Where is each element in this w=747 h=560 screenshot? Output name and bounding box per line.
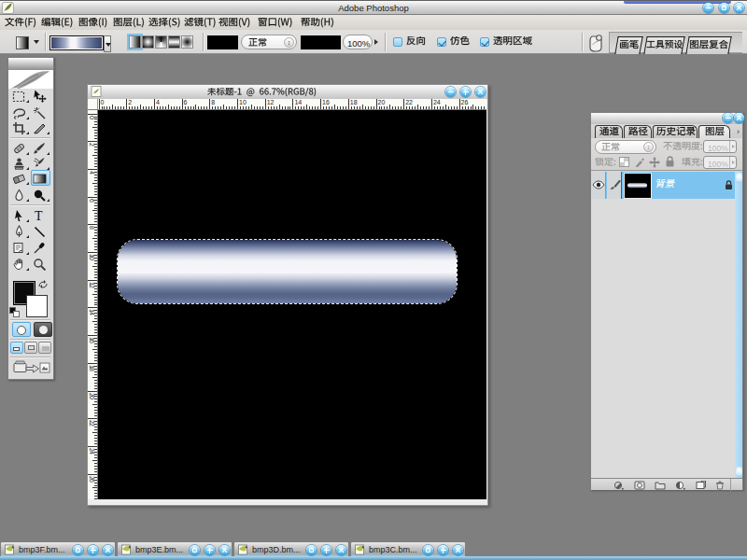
svg-text:T: T [35, 209, 43, 222]
